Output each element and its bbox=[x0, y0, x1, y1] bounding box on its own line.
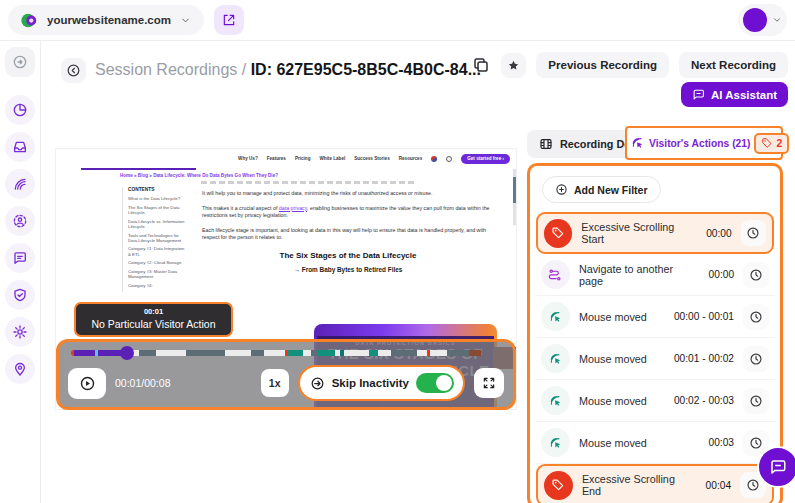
open-website-button[interactable] bbox=[214, 5, 244, 35]
recorded-nav-link: Pricing bbox=[295, 156, 311, 161]
sidebar-item-tracking[interactable] bbox=[5, 354, 35, 384]
timeline-segment bbox=[303, 350, 312, 356]
app-window: yourwebsitename.com Session Recordings /… bbox=[0, 0, 795, 503]
timeline-tooltip: 00:01 No Particular Visitor Action bbox=[74, 302, 233, 337]
timeline-segment bbox=[74, 350, 96, 356]
chat-icon bbox=[12, 250, 28, 266]
sidebar-item-collapse[interactable] bbox=[5, 47, 35, 77]
sidebar-item-heatmaps[interactable] bbox=[5, 132, 35, 162]
recorded-progress-bar bbox=[81, 168, 196, 170]
timeline-segment bbox=[391, 350, 417, 356]
play-button[interactable] bbox=[68, 368, 106, 399]
sidebar-item-feedback[interactable] bbox=[5, 243, 35, 273]
jump-to-time-button[interactable] bbox=[743, 346, 769, 372]
account-menu[interactable] bbox=[738, 4, 787, 36]
sidebar-item-dashboard[interactable] bbox=[5, 95, 35, 125]
contents-link: Tools and Technologies for Data Lifecycl… bbox=[128, 233, 186, 243]
chat-bubble-icon bbox=[692, 88, 705, 101]
timeline-segment bbox=[225, 350, 251, 356]
article-subheading: → From Baby Bytes to Retired Files bbox=[202, 266, 494, 273]
action-label: Excessive Scrolling End bbox=[582, 473, 697, 497]
clock-icon bbox=[749, 352, 763, 366]
tag-icon bbox=[544, 471, 573, 500]
chat-widget-button[interactable] bbox=[757, 446, 795, 488]
fullscreen-button[interactable] bbox=[474, 368, 504, 398]
player-controls: 00:01/00:08 1x Skip Inactivity bbox=[56, 339, 516, 410]
favorite-button[interactable] bbox=[501, 53, 526, 78]
visitors-actions-panel: Add New Filter Excessive Scrolling Start… bbox=[527, 163, 783, 503]
add-new-filter-button[interactable]: Add New Filter bbox=[542, 176, 661, 203]
contents-link: Category #4: bbox=[128, 283, 186, 288]
playback-speed-button[interactable]: 1x bbox=[261, 369, 289, 397]
action-label: Navigate to another page bbox=[579, 263, 700, 287]
action-label: Mouse moved bbox=[579, 311, 647, 323]
tag-icon bbox=[544, 219, 572, 248]
clock-icon bbox=[746, 478, 760, 492]
timeline-segment bbox=[430, 350, 447, 356]
action-time: 00:02 - 00:03 bbox=[674, 395, 734, 406]
chat-bubble-icon bbox=[769, 458, 787, 476]
plus-circle-icon bbox=[555, 183, 568, 196]
recorded-language-icon bbox=[431, 156, 437, 162]
timeline-segment bbox=[264, 350, 286, 356]
copy-id-button[interactable] bbox=[471, 55, 491, 75]
film-icon bbox=[539, 137, 553, 151]
action-row[interactable]: Mouse moved00:03 bbox=[535, 422, 775, 464]
recorded-contents-sidebar: CONTENTS What is the Data Lifecycle?The … bbox=[122, 187, 186, 292]
action-label: Mouse moved bbox=[579, 395, 647, 407]
playhead[interactable] bbox=[120, 346, 134, 360]
page-title: Session Recordings / ID: 627E95C5-8B5C-4… bbox=[95, 61, 481, 79]
jump-to-time-button[interactable] bbox=[743, 262, 769, 288]
timeline-bar[interactable] bbox=[71, 350, 501, 356]
contents-title: CONTENTS bbox=[128, 187, 186, 192]
sidebar-item-protection[interactable] bbox=[5, 280, 35, 310]
action-row[interactable]: Mouse moved00:02 - 00:03 bbox=[535, 380, 775, 422]
next-recording-button[interactable]: Next Recording bbox=[679, 52, 788, 78]
timeline-segment bbox=[417, 350, 428, 356]
timeline-segment bbox=[251, 350, 264, 356]
mouse-wave-icon bbox=[631, 136, 645, 150]
article-paragraph: It will help you to manage and protect d… bbox=[202, 190, 494, 198]
mouse-wave-icon bbox=[541, 428, 570, 457]
action-label: Mouse moved bbox=[579, 353, 647, 365]
article-heading: The Six Stages of the Data Lifecycle bbox=[202, 251, 494, 260]
recorded-cta-button: Get started free › bbox=[461, 154, 510, 164]
skip-inactivity-toggle[interactable] bbox=[416, 373, 454, 393]
jump-to-time-button[interactable] bbox=[743, 388, 769, 414]
skip-icon bbox=[310, 376, 325, 391]
jump-to-time-button[interactable] bbox=[741, 220, 766, 246]
sidebar-item-recordings[interactable] bbox=[5, 169, 35, 199]
back-button[interactable] bbox=[61, 58, 86, 83]
section-label: Session Recordings / bbox=[95, 61, 246, 78]
website-selector[interactable]: yourwebsitename.com bbox=[8, 5, 204, 35]
action-time: 00:03 bbox=[709, 437, 735, 448]
actions-list: Excessive Scrolling Start00:00Navigate t… bbox=[535, 212, 775, 503]
action-row[interactable]: Navigate to another page00:00 bbox=[535, 254, 775, 296]
visitors-actions-label: Visitor's Actions (21) bbox=[649, 138, 750, 149]
external-link-icon bbox=[222, 13, 236, 27]
recorded-nav: Why Us?FeaturesPricingWhite LabelSuccess… bbox=[56, 149, 510, 168]
previous-recording-button[interactable]: Previous Recording bbox=[536, 52, 669, 78]
ai-assistant-button[interactable]: AI Assistant bbox=[681, 82, 788, 107]
timeline-segment bbox=[369, 350, 378, 356]
action-row[interactable]: Excessive Scrolling Start00:00 bbox=[536, 212, 774, 254]
action-row[interactable]: Mouse moved00:01 - 00:02 bbox=[535, 338, 775, 380]
clock-icon bbox=[746, 226, 760, 240]
recorded-nav-items: Why Us?FeaturesPricingWhite LabelSuccess… bbox=[238, 156, 422, 161]
article-paragraph: This makes it a crucial aspect of data p… bbox=[202, 205, 494, 220]
tab-visitors-actions[interactable]: Visitor's Actions (21) 2 bbox=[625, 126, 783, 160]
sidebar-item-visitors[interactable] bbox=[5, 206, 35, 236]
pie-chart-icon bbox=[12, 102, 28, 118]
action-row[interactable]: Excessive Scrolling End00:04 bbox=[536, 464, 774, 503]
play-icon bbox=[79, 375, 96, 392]
alerts-badge[interactable]: 2 bbox=[754, 133, 789, 154]
recorded-text-fragment bbox=[201, 181, 416, 184]
article-paragraph: Each lifecycle stage is important, and l… bbox=[202, 227, 494, 242]
timeline-segment bbox=[156, 350, 186, 356]
session-replay-player: Why Us?FeaturesPricingWhite LabelSuccess… bbox=[55, 148, 517, 410]
jump-to-time-button[interactable] bbox=[743, 304, 769, 330]
action-row[interactable]: Mouse moved00:00 - 00:01 bbox=[535, 296, 775, 338]
sidebar-item-settings[interactable] bbox=[5, 317, 35, 347]
mouse-wave-icon bbox=[541, 344, 570, 373]
timeline-segment bbox=[378, 350, 391, 356]
